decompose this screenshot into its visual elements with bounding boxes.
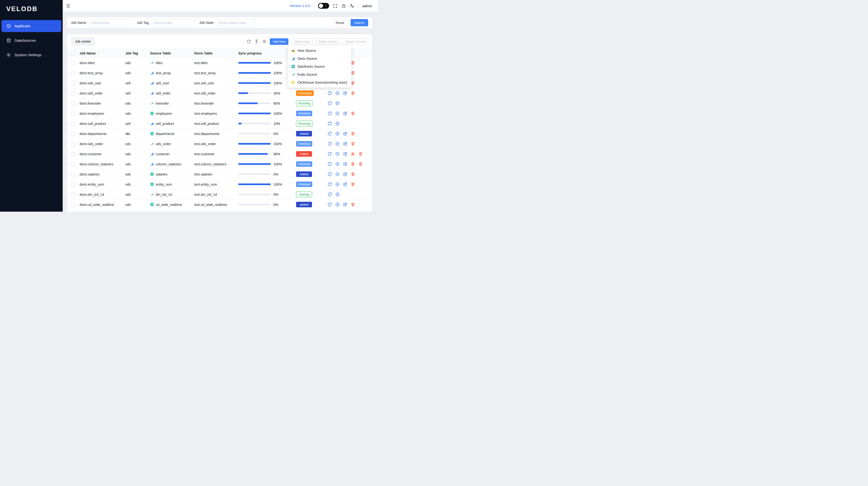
edit-button[interactable]	[343, 182, 347, 187]
bug-button[interactable]	[350, 152, 355, 156]
refresh-button[interactable]	[328, 152, 332, 156]
row-checkbox[interactable]	[71, 122, 75, 126]
trash-button[interactable]	[350, 141, 355, 146]
settings-gear-icon[interactable]	[262, 39, 267, 44]
job-name-cell: doris:lineorder	[80, 101, 125, 105]
edit-button[interactable]	[343, 162, 347, 166]
fullscreen-icon[interactable]	[333, 4, 338, 8]
play-button[interactable]	[335, 182, 340, 187]
lock-icon[interactable]	[341, 4, 346, 8]
batch-remove-button[interactable]: Batch remove	[343, 38, 368, 45]
play-button[interactable]	[335, 91, 340, 95]
refresh-button[interactable]	[328, 202, 332, 207]
refresh-button[interactable]	[328, 162, 332, 166]
add-new-button[interactable]: Add New	[270, 38, 288, 45]
sidebar-item-applications[interactable]: Applicatis	[1, 20, 61, 32]
job-tag-cell: ods	[125, 111, 150, 116]
job-name-label: Job Name	[71, 21, 86, 25]
play-button[interactable]	[335, 202, 340, 207]
row-checkbox[interactable]	[71, 183, 75, 186]
row-checkbox[interactable]	[71, 172, 75, 176]
search-button[interactable]: Search	[350, 19, 368, 26]
refresh-button[interactable]	[328, 172, 332, 176]
collapse-sidebar-icon[interactable]	[66, 4, 71, 8]
pause-button[interactable]	[335, 192, 340, 197]
row-checkbox[interactable]	[71, 152, 75, 156]
trash-button[interactable]	[350, 91, 355, 95]
row-checkbox[interactable]	[71, 101, 75, 105]
tab-job-center[interactable]: Job center	[71, 37, 95, 46]
theme-toggle[interactable]: ☾	[318, 3, 329, 9]
job-tag-input[interactable]	[151, 19, 194, 26]
pause-button[interactable]	[335, 101, 340, 106]
trash-button[interactable]	[350, 162, 355, 166]
trash-button[interactable]	[350, 131, 355, 136]
edit-button[interactable]	[343, 202, 347, 207]
sync-icon[interactable]	[247, 39, 251, 44]
progress-percent: 100%	[273, 71, 282, 75]
sidebar-item-system-settings[interactable]: System Settings	[0, 49, 63, 61]
import-icon[interactable]	[254, 39, 259, 44]
translate-icon[interactable]	[350, 4, 354, 8]
trash-button[interactable]	[350, 182, 355, 187]
refresh-button[interactable]	[328, 131, 332, 136]
batch-cancel-button[interactable]: Batch cancel	[316, 38, 340, 45]
job-name-cell: doris:dm_trd_1d	[80, 193, 125, 196]
job-name-input[interactable]	[89, 19, 132, 26]
edit-button[interactable]	[343, 152, 347, 156]
refresh-button[interactable]	[328, 182, 332, 187]
play-button[interactable]	[335, 141, 340, 146]
row-checkbox[interactable]	[71, 203, 75, 206]
edit-button[interactable]	[343, 131, 347, 136]
table-row: doris:salaries ods salaries test.salarie…	[67, 169, 372, 180]
row-checkbox[interactable]	[71, 91, 75, 95]
trash-button[interactable]	[350, 172, 355, 176]
refresh-button[interactable]	[328, 111, 332, 116]
play-button[interactable]	[335, 172, 340, 176]
select-all-checkbox[interactable]	[71, 51, 75, 55]
trash-button[interactable]	[358, 152, 363, 156]
play-button[interactable]	[335, 111, 340, 116]
trash-button[interactable]	[350, 111, 355, 116]
row-checkbox[interactable]	[71, 193, 75, 196]
play-button[interactable]	[335, 152, 340, 156]
row-checkbox[interactable]	[71, 61, 75, 65]
job-tag-cell: ods	[125, 101, 150, 105]
trash-button[interactable]	[358, 162, 363, 166]
refresh-button[interactable]	[328, 121, 332, 126]
trash-button[interactable]	[350, 202, 355, 207]
job-state-select[interactable]: Please select state	[216, 19, 256, 26]
sort-icons[interactable]: ▲▼	[97, 52, 99, 55]
reset-button[interactable]: Reset	[332, 19, 348, 26]
refresh-button[interactable]	[328, 192, 332, 197]
status-badge: Added	[296, 131, 312, 136]
edit-button[interactable]	[343, 172, 347, 176]
progress-bar	[238, 112, 271, 114]
menu-item-hive-source[interactable]: Hive Source	[288, 46, 351, 55]
row-checkbox[interactable]	[71, 111, 75, 116]
edit-button[interactable]	[343, 111, 347, 116]
row-checkbox[interactable]	[71, 71, 75, 75]
play-button[interactable]	[335, 162, 340, 166]
row-checkbox[interactable]	[71, 81, 75, 85]
username[interactable]: admin	[362, 4, 372, 8]
menu-item-starrocks-source[interactable]: StarRocks Source	[288, 62, 351, 70]
header-job-name[interactable]: Job Name ▲▼	[80, 51, 125, 55]
play-button[interactable]	[335, 131, 340, 136]
edit-button[interactable]	[343, 141, 347, 146]
sidebar-item-datasources[interactable]: DataSources	[0, 34, 63, 46]
menu-item-clickhouse-source[interactable]: Clickhouse Source(coming soon)	[288, 78, 351, 86]
row-checkbox[interactable]	[71, 142, 75, 146]
row-checkbox[interactable]	[71, 132, 75, 136]
menu-item-kudu-source[interactable]: Kudu Source	[288, 70, 351, 78]
refresh-button[interactable]	[328, 141, 332, 146]
batch-start-button[interactable]: Batch start	[292, 38, 312, 45]
progress-percent: 0%	[273, 203, 278, 206]
refresh-button[interactable]	[328, 101, 332, 106]
row-checkbox[interactable]	[71, 162, 75, 166]
refresh-button[interactable]	[328, 91, 332, 95]
doris-source-icon	[150, 152, 154, 156]
pause-button[interactable]	[335, 121, 340, 126]
edit-button[interactable]	[343, 91, 347, 95]
menu-item-doris-source[interactable]: Doris Source	[288, 55, 351, 62]
